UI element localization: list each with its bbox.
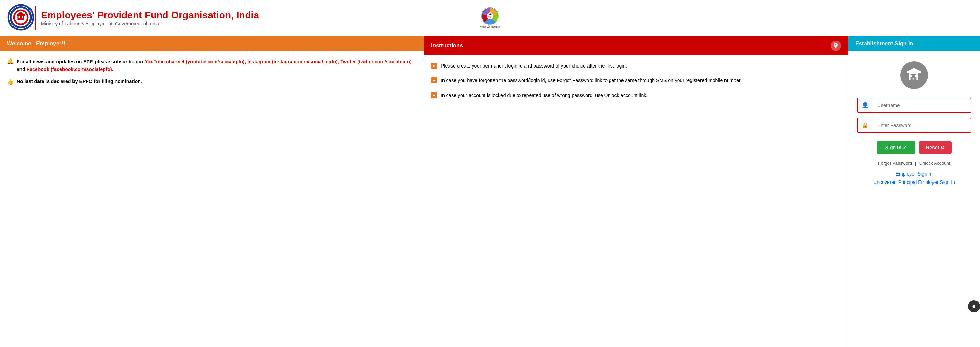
youtube-link[interactable]: YouTube channel (youtube.com/socialepfo)…	[145, 59, 246, 64]
instruction-text-1: Please create your permanent login id an…	[441, 62, 627, 70]
header-text: Employees' Provident Fund Organisation, …	[41, 10, 259, 26]
header: Employees' Provident Fund Organisation, …	[0, 0, 980, 36]
reset-button[interactable]: Reset ↺	[919, 141, 951, 154]
svg-rect-9	[17, 14, 25, 16]
main-container: Welcome - Employer!! 🔔 For all news and …	[0, 36, 980, 347]
nomination-text: No last date is declared by EPFO for fil…	[17, 79, 142, 84]
org-subtitle: Ministry of Labour & Employment, Governm…	[41, 21, 259, 26]
logo	[7, 3, 35, 33]
instruction-item-2: In case you have forgotten the password/…	[431, 76, 841, 84]
instructions-title: Instructions	[431, 43, 463, 49]
instruction-text-3: In case your account is locked due to re…	[441, 92, 648, 99]
right-panel-header: Establishment Sign In	[848, 36, 980, 51]
orange-bullet-2	[431, 77, 437, 84]
user-icon: 👤	[858, 98, 873, 112]
svg-text:G2: G2	[488, 13, 492, 15]
bell-icon: 🔔	[7, 58, 14, 64]
signin-title: Establishment Sign In	[855, 41, 913, 46]
signin-content: 👤 🔒 Sign In ✓ Reset ↺ Forgot Password | …	[848, 51, 980, 195]
instruction-text-2: In case you have forgotten the password/…	[441, 76, 742, 84]
g20-badge: G2 0⊕ भारत की अध्यक्षता	[480, 7, 500, 29]
nomination-item: 👍 No last date is declared by EPFO for f…	[7, 79, 417, 85]
username-input-group: 👤	[857, 98, 971, 112]
edge-button-icon: ●	[972, 303, 976, 310]
employer-links: Employer Sign In Uncovered Principal Emp…	[873, 171, 955, 185]
employer-signin-link[interactable]: Employer Sign In	[896, 171, 933, 177]
password-input[interactable]	[873, 119, 970, 132]
left-panel: Welcome - Employer!! 🔔 For all news and …	[0, 36, 424, 347]
notification-text: For all news and updates on EPF, please …	[17, 58, 417, 73]
instagram-link[interactable]: Instagram (instagram.com/social_epfo),	[247, 59, 339, 64]
orange-bullet-3	[431, 92, 437, 98]
middle-panel: Instructions Please create your permanen…	[424, 36, 848, 347]
g20-circle: G2 0⊕	[481, 7, 499, 25]
header-divider	[35, 6, 36, 30]
instructions-icon	[830, 41, 841, 51]
facebook-link[interactable]: Facebook (facebook.com/socialepfo).	[27, 67, 113, 72]
org-name: Employees' Provident Fund Organisation, …	[41, 10, 259, 21]
instructions-content: Please create your permanent login id an…	[424, 55, 848, 113]
lock-icon: 🔒	[858, 119, 873, 132]
thumb-icon: 👍	[7, 79, 14, 85]
forgot-password-link[interactable]: Forgot Password	[878, 161, 912, 166]
signin-button[interactable]: Sign In ✓	[877, 141, 916, 154]
password-input-group: 🔒	[857, 118, 971, 133]
and-text: and	[17, 67, 27, 72]
middle-panel-header: Instructions	[424, 36, 848, 55]
svg-rect-8	[22, 16, 23, 18]
svg-text:0⊕: 0⊕	[488, 16, 492, 18]
action-buttons: Sign In ✓ Reset ↺	[857, 141, 971, 154]
twitter-link[interactable]: Twitter (twitter.com/socialepfo)	[340, 59, 412, 64]
unlock-account-link[interactable]: Unlock Account	[919, 161, 951, 166]
svg-rect-7	[19, 16, 20, 18]
link-separator: |	[915, 161, 918, 166]
signin-avatar	[900, 61, 928, 89]
left-panel-header: Welcome - Employer!!	[0, 36, 424, 51]
svg-rect-6	[18, 15, 24, 20]
forgot-links: Forgot Password | Unlock Account	[878, 161, 951, 166]
orange-bullet-1	[431, 63, 437, 69]
instruction-item-3: In case your account is locked due to re…	[431, 92, 841, 99]
uncovered-employer-link[interactable]: Uncovered Principal Employer Sign In	[873, 179, 955, 185]
edge-button[interactable]: ●	[968, 300, 980, 312]
left-panel-content: 🔔 For all news and updates on EPF, pleas…	[0, 51, 424, 92]
right-panel: Establishment Sign In 👤 🔒 Sign In	[848, 36, 980, 347]
instruction-item-1: Please create your permanent login id an…	[431, 62, 841, 70]
username-input[interactable]	[873, 99, 970, 111]
notification-item: 🔔 For all news and updates on EPF, pleas…	[7, 58, 417, 73]
g20-subtext: भारत की अध्यक्षता	[480, 25, 500, 29]
